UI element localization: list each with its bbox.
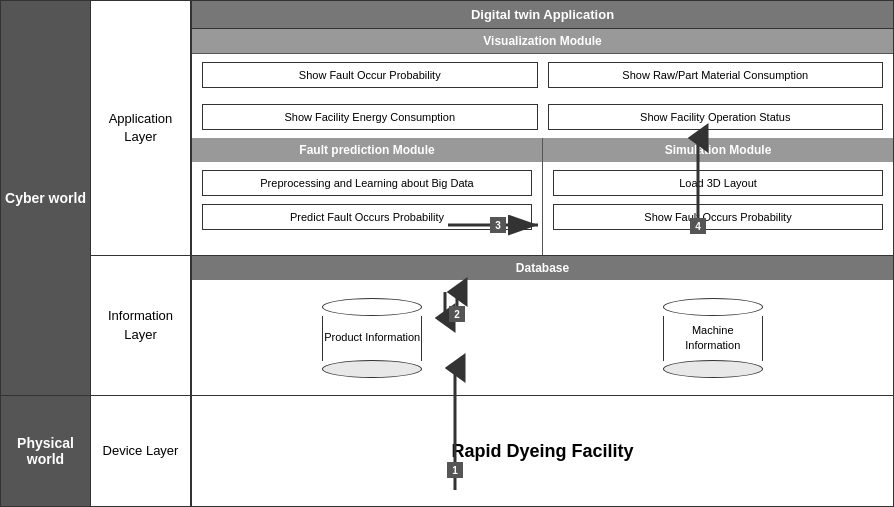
- fault-buttons: Preprocessing and Learning about Big Dat…: [192, 162, 542, 255]
- load-3d-layout-btn[interactable]: Load 3D Layout: [553, 170, 883, 196]
- cyl-top-right: [663, 298, 763, 316]
- show-facility-operation-btn[interactable]: Show Facility Operation Status: [548, 104, 884, 130]
- digital-twin-header: Digital twin Application: [192, 1, 893, 29]
- information-layer-label: Information Layer: [91, 256, 190, 396]
- viz-row-2: Show Facility Energy Consumption Show Fa…: [192, 96, 893, 138]
- fault-prediction-header: Fault prediction Module: [192, 138, 542, 162]
- cyber-section: Visualization Module Show Fault Occur Pr…: [192, 29, 893, 256]
- cyl-top-left: [322, 298, 422, 316]
- fault-prediction-module: Fault prediction Module Preprocessing an…: [192, 138, 543, 255]
- cyl-body-right: Machine Information: [663, 316, 763, 361]
- visualization-module-header: Visualization Module: [192, 29, 893, 54]
- preprocessing-learning-btn[interactable]: Preprocessing and Learning about Big Dat…: [202, 170, 532, 196]
- cyber-world-label: Cyber world: [1, 1, 90, 396]
- cyl-body-left: Product Information: [322, 316, 422, 361]
- modules-row: Fault prediction Module Preprocessing an…: [192, 138, 893, 255]
- show-raw-part-material-btn[interactable]: Show Raw/Part Material Consumption: [548, 62, 884, 88]
- product-info-cylinder: Product Information: [312, 298, 432, 378]
- cyl-bottom-left: [322, 360, 422, 378]
- show-facility-energy-btn[interactable]: Show Facility Energy Consumption: [202, 104, 538, 130]
- layer-labels: Application Layer Information Layer Devi…: [91, 1, 191, 506]
- simulation-header: Simulation Module: [543, 138, 893, 162]
- database-content: Product Information Machine Information: [192, 280, 893, 395]
- main-container: Cyber world Physical world Application L…: [0, 0, 894, 507]
- world-labels: Cyber world Physical world: [1, 1, 91, 506]
- rapid-dyeing-facility: Rapid Dyeing Facility: [192, 396, 893, 506]
- cyl-bottom-right: [663, 360, 763, 378]
- physical-world-label: Physical world: [1, 396, 90, 506]
- sim-buttons: Load 3D Layout Show Fault Occurs Probabi…: [543, 162, 893, 255]
- predict-fault-btn[interactable]: Predict Fault Occurs Probability: [202, 204, 532, 230]
- database-section: Database Product Information Machine Inf…: [192, 256, 893, 396]
- simulation-module: Simulation Module Load 3D Layout Show Fa…: [543, 138, 893, 255]
- application-layer-label: Application Layer: [91, 1, 190, 256]
- device-layer-label: Device Layer: [91, 396, 190, 506]
- viz-row-1: Show Fault Occur Probability Show Raw/Pa…: [192, 54, 893, 96]
- database-header: Database: [192, 256, 893, 280]
- machine-info-cylinder: Machine Information: [653, 298, 773, 378]
- show-fault-occur-probability-btn[interactable]: Show Fault Occur Probability: [202, 62, 538, 88]
- main-content: Digital twin Application Visualization M…: [191, 1, 893, 506]
- device-section: Rapid Dyeing Facility: [192, 396, 893, 506]
- show-fault-occurs-btn[interactable]: Show Fault Occurs Probability: [553, 204, 883, 230]
